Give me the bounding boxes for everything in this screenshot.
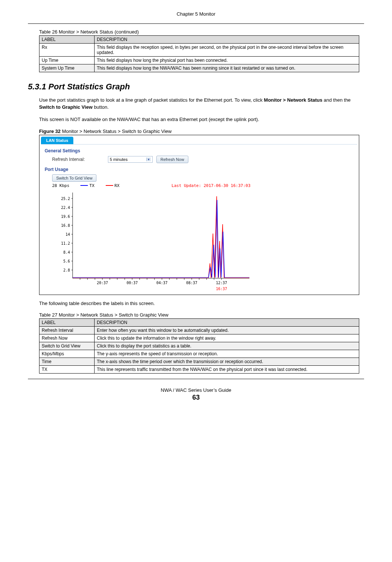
text: button. [93, 104, 109, 110]
x-tick-current: 16:37 [216, 287, 227, 291]
chevron-down-icon: ▾ [146, 158, 151, 161]
chapter-header: Chapter 5 Monitor [28, 11, 364, 17]
refresh-row: Refresh Interval: 5 minutes ▾ Refresh No… [52, 156, 357, 163]
y-tick: 16.8 [61, 223, 70, 228]
cell-desc: This field displays how long the physica… [95, 57, 359, 64]
text-bold: Monitor > Network Status [264, 97, 322, 103]
port-usage-chart: 2.8 5.6 8.4 11.2 14 16.8 19.6 22.4 25.2 [52, 189, 261, 293]
section-title: 5.3.1 Port Statistics Graph [28, 82, 364, 92]
header-divider [28, 23, 364, 24]
table27-head-label: LABEL [39, 319, 95, 327]
y-tick: 22.4 [61, 206, 70, 210]
cell-desc: Enter how often you want this window to … [95, 327, 359, 334]
table27: LABEL DESCRIPTION Refresh Interval Enter… [39, 318, 359, 374]
cell-desc: This field displays the reception speed,… [95, 44, 359, 57]
table26-caption: Table 26 Monitor > Network Status (conti… [39, 29, 364, 35]
cell-desc: Click this to display the port statistic… [95, 342, 359, 350]
table-row: Refresh Interval Enter how often you wan… [39, 327, 359, 334]
last-update-label: Last Update: 2017-06-30 16:37:03 [172, 183, 251, 188]
table27-caption: Table 27 Monitor > Network Status > Swit… [39, 312, 364, 318]
line-icon [106, 185, 113, 186]
table26-head-desc: DESCRIPTION [95, 36, 359, 44]
port-usage-label: Port Usage [45, 167, 357, 172]
general-settings-label: General Settings [45, 148, 357, 153]
refresh-interval-label: Refresh Interval: [52, 157, 104, 162]
cell-desc: The y-axis represents the speed of trans… [95, 350, 359, 358]
para-after-figure: The following table describes the labels… [39, 300, 359, 307]
y-tick: 11.2 [61, 241, 70, 245]
table26-head-label: LABEL [39, 36, 95, 44]
x-tick: 20:37 [97, 281, 108, 285]
text-bold: Switch to Graphic View [39, 104, 93, 110]
text: Use the port statistics graph to look at… [39, 97, 264, 103]
cell-desc: Click this to update the information in … [95, 334, 359, 342]
figure32-screenshot: LAN Status General Settings Refresh Inte… [39, 135, 359, 295]
tab-lan-status[interactable]: LAN Status [41, 137, 73, 144]
page-number: 63 [28, 394, 364, 401]
cell-desc: The x-axis shows the time period over wh… [95, 358, 359, 366]
table-row: Refresh Now Click this to update the inf… [39, 334, 359, 342]
footer-divider [28, 379, 364, 379]
figure-caption: Figure 32 Monitor > Network Status > Swi… [39, 128, 364, 134]
cell-desc: This line represents traffic transmitted… [95, 366, 359, 374]
para-intro: Use the port statistics graph to look at… [39, 97, 359, 111]
para-note: This screen is NOT available on the NWA/… [39, 116, 359, 123]
legend-tx-label: TX [89, 183, 94, 188]
cell-label: Kbps/Mbps [39, 350, 95, 358]
cell-label: Time [39, 358, 95, 366]
cell-desc: This field displays how long the NWA/WAC… [95, 64, 359, 72]
cell-label: Refresh Now [39, 334, 95, 342]
table-row: System Up Time This field displays how l… [39, 64, 359, 72]
table27-head-desc: DESCRIPTION [95, 319, 359, 327]
y-tick: 25.2 [61, 197, 70, 201]
cell-label: Refresh Interval [39, 327, 95, 334]
table26: LABEL DESCRIPTION Rx This field displays… [39, 35, 359, 72]
y-tick: 5.6 [63, 259, 70, 263]
dropdown-value: 5 minutes [110, 157, 128, 162]
text: and then the [322, 97, 351, 103]
x-tick: 04:37 [156, 281, 168, 285]
guide-name: NWA / WAC Series User’s Guide [28, 387, 364, 393]
cell-label: Rx [39, 44, 95, 57]
refresh-interval-dropdown[interactable]: 5 minutes ▾ [108, 156, 153, 163]
x-tick: 08:37 [186, 281, 197, 285]
cell-label: Switch to Grid View [39, 342, 95, 350]
y-tick: 2.8 [63, 268, 70, 272]
page-footer: NWA / WAC Series User’s Guide 63 [28, 387, 364, 401]
y-tick: 14 [66, 232, 70, 236]
refresh-now-button[interactable]: Refresh Now [156, 156, 188, 163]
table-row: Kbps/Mbps The y-axis represents the spee… [39, 350, 359, 358]
table-row: Time The x-axis shows the time period ov… [39, 358, 359, 366]
figure-number: Figure 32 [39, 128, 61, 134]
table-row: Switch to Grid View Click this to displa… [39, 342, 359, 350]
y-axis-unit: 28 Kbps [52, 183, 69, 188]
chart-legend-row: 28 Kbps TX RX Last Update: 2017-06-30 16… [52, 183, 357, 188]
switch-to-grid-button[interactable]: Switch To Grid View [52, 174, 96, 182]
legend-rx: RX [106, 183, 119, 188]
x-tick: 00:37 [127, 281, 138, 285]
table-row: Rx This field displays the reception spe… [39, 44, 359, 57]
y-tick: 19.6 [61, 215, 70, 219]
table-row: Up Time This field displays how long the… [39, 57, 359, 64]
cell-label: TX [39, 366, 95, 374]
table-row: TX This line represents traffic transmit… [39, 366, 359, 374]
tab-bar: LAN Status [41, 137, 357, 145]
x-tick: 12:37 [216, 281, 227, 285]
y-tick: 8.4 [63, 250, 70, 254]
legend-rx-label: RX [115, 183, 119, 188]
legend-tx: TX [80, 183, 94, 188]
cell-label: Up Time [39, 57, 95, 64]
line-icon [80, 185, 88, 186]
cell-label: System Up Time [39, 64, 95, 72]
figure-title: Monitor > Network Status > Switch to Gra… [61, 128, 172, 134]
